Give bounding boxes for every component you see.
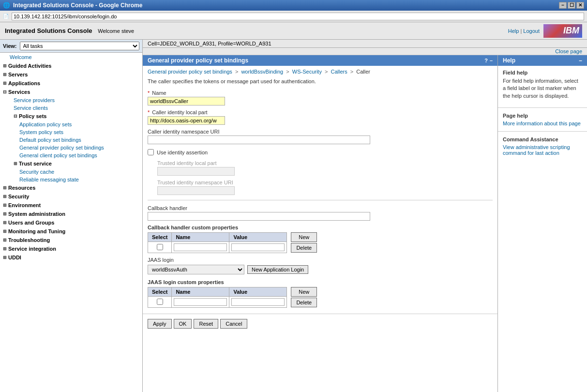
sidebar-item-app-policy-sets[interactable]: Application policy sets [0, 121, 142, 128]
close-page-bar[interactable]: Close page [143, 48, 587, 55]
sidebar-item-welcome[interactable]: Welcome [0, 53, 142, 61]
sidebar-item-resources[interactable]: ⊞ Resources [0, 183, 142, 192]
jaas-custom-props-section: JAAS login custom properties Select Name… [143, 277, 497, 310]
logout-link[interactable]: Logout [523, 28, 540, 34]
breadcrumb-link-3[interactable]: WS-Security [292, 69, 322, 75]
name-input[interactable] [148, 97, 225, 106]
sidebar-item-security[interactable]: ⊞ Security [0, 192, 142, 201]
sidebar-item-general-provider-policy-set-bindings[interactable]: General provider policy set bindings [0, 144, 142, 151]
window-title: Integrated Solutions Console - Google Ch… [13, 2, 142, 9]
sidebar-item-uddi[interactable]: ⊞ UDDI [0, 253, 142, 262]
help-link[interactable]: Help [508, 28, 519, 34]
callback-delete-button[interactable]: Delete [291, 243, 317, 253]
caller-id-ns-input[interactable] [148, 136, 370, 144]
callback-new-button[interactable]: New [291, 232, 317, 242]
new-application-login-button[interactable]: New Application Login [247, 265, 308, 274]
sidebar-view-bar: View: All tasks [0, 40, 142, 53]
sidebar-item-monitoring-tuning[interactable]: ⊞ Monitoring and Tuning [0, 227, 142, 236]
sidebar-item-servers[interactable]: ⊞ Servers [0, 70, 142, 79]
sidebar-item-troubleshooting[interactable]: ⊞ Troubleshooting [0, 236, 142, 244]
sidebar-item-applications[interactable]: ⊞ Applications [0, 79, 142, 88]
reset-button[interactable]: Reset [194, 319, 218, 329]
sidebar-item-general-client-policy-set-bindings[interactable]: General client policy set bindings [0, 151, 142, 159]
jaas-login-select[interactable]: worldBssvAuth [148, 265, 244, 274]
breadcrumb-link-1[interactable]: General provider policy set bindings [148, 69, 232, 75]
value-cell-input[interactable] [231, 243, 285, 251]
address-input[interactable]: 10.139.142.182:10125/ibm/console/login.d… [12, 13, 584, 20]
action-buttons: Apply OK Reset Cancel [143, 314, 497, 333]
row-checkbox[interactable] [157, 244, 163, 250]
callback-handler-input[interactable] [148, 212, 370, 221]
title-controls[interactable]: – ☐ ✕ [559, 2, 584, 9]
sidebar-item-services[interactable]: ⊟ Services [0, 88, 142, 96]
field-help-title: Field help [503, 70, 582, 75]
collapse-help-icon[interactable]: – [579, 57, 582, 64]
minimize-button[interactable]: – [559, 2, 567, 9]
sidebar-item-users-and-groups[interactable]: ⊞ Users and Groups [0, 218, 142, 227]
header-links: Help | Logout [508, 28, 540, 34]
ibm-text: IBM [563, 26, 579, 36]
minimize-panel-icon[interactable]: – [490, 58, 493, 63]
field-help-text: For field help information, select a fie… [503, 77, 582, 100]
sidebar-item-service-integration[interactable]: ⊞ Service integration [0, 244, 142, 253]
jaas-new-button[interactable]: New [291, 287, 317, 297]
ibm-logo: IBM [543, 24, 582, 38]
jaas-login-row: worldBssvAuth New Application Login [148, 264, 493, 275]
close-button[interactable]: ✕ [576, 2, 584, 9]
name-cell-input[interactable] [174, 243, 227, 251]
expand-icon: ⊞ [3, 220, 7, 225]
page-help-link[interactable]: More information about this page [503, 121, 581, 126]
sidebar-item-environment[interactable]: ⊞ Environment [0, 201, 142, 210]
use-identity-assertion-checkbox[interactable] [148, 149, 154, 155]
sidebar-item-trust-service[interactable]: ⊞ Trust service [0, 159, 142, 168]
sidebar-item-service-providers[interactable]: Service providers [0, 96, 142, 104]
col-name: Name [172, 233, 229, 242]
page-help-section: Page help More information about this pa… [498, 109, 587, 130]
expand-icon: ⊞ [3, 229, 7, 234]
main-content: General provider policy set bindings ? –… [143, 55, 497, 392]
content-area: Cell=JDED2_WORLD_A931, Profile=WORLD_A93… [143, 40, 587, 392]
breadcrumb-link-4[interactable]: Callers [331, 69, 347, 75]
command-link[interactable]: View administrative scripting command fo… [503, 144, 570, 156]
info-bar: Cell=JDED2_WORLD_A931, Profile=WORLD_A93… [143, 40, 587, 48]
table-row [148, 297, 287, 308]
jaas-name-cell-input[interactable] [174, 298, 227, 306]
apply-button[interactable]: Apply [148, 319, 172, 329]
trusted-id-local-label: Trusted identity local part [157, 160, 497, 166]
brand-area: Integrated Solutions Console Welcome ste… [5, 27, 134, 34]
jaas-value-cell-input[interactable] [231, 298, 285, 306]
sidebar-item-policy-sets[interactable]: ⊟ Policy sets [0, 112, 142, 121]
caller-id-local-label: * Caller identity local part [148, 109, 493, 115]
maximize-button[interactable]: ☐ [568, 2, 575, 9]
welcome-text: Welcome steve [98, 28, 134, 34]
jaas-row-checkbox[interactable] [157, 299, 163, 305]
sidebar-item-system-policy-sets[interactable]: System policy sets [0, 128, 142, 136]
trusted-id-ns-input[interactable] [157, 186, 235, 195]
callback-table-with-buttons: Select Name Value [148, 232, 493, 253]
sidebar: View: All tasks Welcome ⊞ Guided Activit… [0, 40, 143, 392]
callback-custom-props-table: Select Name Value [148, 232, 287, 253]
help-title-text: Help [503, 57, 515, 64]
sidebar-item-service-clients[interactable]: Service clients [0, 104, 142, 112]
expand-icon: ⊞ [3, 63, 7, 68]
sidebar-item-security-cache[interactable]: Security cache [0, 168, 142, 176]
sidebar-item-guided-activities[interactable]: ⊞ Guided Activities [0, 61, 142, 70]
view-select[interactable]: All tasks [20, 42, 139, 50]
breadcrumb-link-2[interactable]: worldBssvBinding [241, 69, 283, 75]
titlebar: 🌐 Integrated Solutions Console - Google … [0, 0, 587, 11]
jaas-custom-props-table: Select Name Value [148, 287, 287, 308]
content-and-help: General provider policy set bindings ? –… [143, 55, 587, 392]
ok-button[interactable]: OK [174, 319, 192, 329]
close-page-link[interactable]: Close page [555, 48, 582, 54]
sidebar-item-default-policy-set-bindings[interactable]: Default policy set bindings [0, 136, 142, 144]
sidebar-item-reliable-messaging-state[interactable]: Reliable messaging state [0, 176, 142, 183]
trusted-id-local-input[interactable] [157, 167, 235, 176]
callback-table-buttons: New Delete [291, 232, 317, 253]
cancel-button[interactable]: Cancel [220, 319, 247, 329]
jaas-delete-button[interactable]: Delete [291, 298, 317, 307]
help-icon[interactable]: ? [484, 58, 488, 63]
caller-id-local-input[interactable] [148, 116, 225, 125]
sidebar-item-system-admin[interactable]: ⊞ System administration [0, 210, 142, 218]
col-name: Name [172, 287, 229, 297]
panel-icons: ? – [484, 58, 493, 63]
